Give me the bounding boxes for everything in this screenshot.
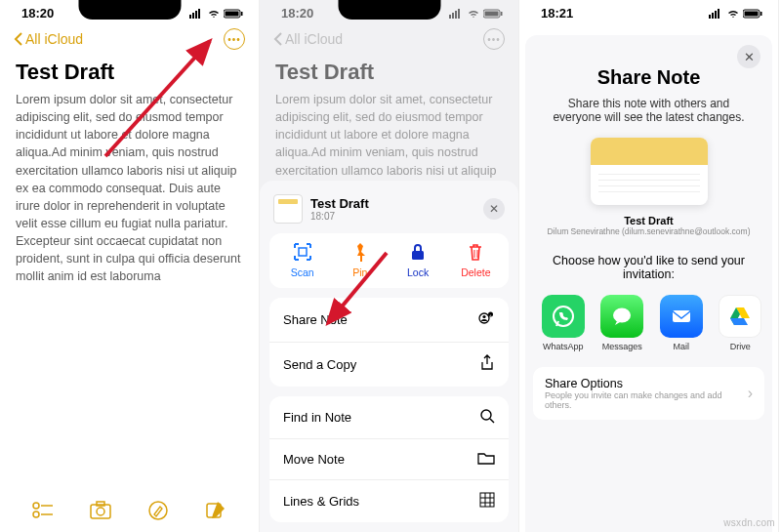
chevron-left-icon <box>14 32 22 46</box>
folder-icon <box>477 451 495 468</box>
svg-rect-23 <box>299 248 307 256</box>
status-bar: 18:21 <box>519 0 778 22</box>
note-author: Dilum Senevirathne (dilum.senevirathne@o… <box>547 226 750 236</box>
svg-rect-42 <box>718 9 719 19</box>
nav-bar: All iCloud ••• <box>0 22 259 56</box>
svg-rect-3 <box>198 9 200 19</box>
svg-point-29 <box>482 315 485 318</box>
camera-icon[interactable] <box>89 499 112 522</box>
checklist-icon[interactable] <box>31 499 55 522</box>
svg-rect-18 <box>455 11 457 19</box>
scan-icon <box>292 241 313 263</box>
share-icon <box>479 354 495 375</box>
status-icons <box>449 9 503 19</box>
svg-rect-39 <box>709 15 711 19</box>
wifi-icon <box>207 9 221 19</box>
svg-point-9 <box>33 512 39 517</box>
delete-button[interactable]: Delete <box>449 241 502 278</box>
share-modal: ✕ Share Note Share this note with others… <box>525 35 772 532</box>
notes-screen: 18:20 All iCloud ••• Test Draft Lorem ip… <box>0 0 260 532</box>
modal-title: Share Note <box>597 66 701 89</box>
close-button[interactable]: ✕ <box>483 198 505 220</box>
move-note-item[interactable]: Move Note <box>269 439 509 480</box>
more-button[interactable]: ••• <box>224 28 245 50</box>
share-sheet-screen: 18:20 All iCloud ••• Test Draft Lorem ip… <box>260 0 519 532</box>
status-icons <box>709 9 762 19</box>
svg-rect-13 <box>97 502 104 506</box>
svg-rect-16 <box>449 15 451 19</box>
modal-subtitle: Share this note with others and everyone… <box>525 89 772 138</box>
svg-rect-21 <box>485 11 499 16</box>
svg-rect-0 <box>189 15 191 19</box>
svg-rect-6 <box>241 12 243 16</box>
svg-rect-48 <box>673 310 690 322</box>
share-note-modal-screen: 18:21 ✕ Share Note Share this note with … <box>519 0 779 532</box>
note-thumbnail <box>273 194 303 224</box>
sheet-title: Test Draft 18:07 <box>310 196 475 222</box>
pin-button[interactable]: Pin <box>334 241 387 278</box>
compose-icon[interactable] <box>204 499 227 522</box>
whatsapp-icon <box>551 304 576 329</box>
svg-point-12 <box>97 508 104 515</box>
messages-app[interactable]: Messages <box>599 295 646 351</box>
svg-rect-40 <box>712 13 714 19</box>
status-icons <box>189 9 243 19</box>
send-copy-item[interactable]: Send a Copy <box>269 343 509 387</box>
status-time: 18:20 <box>21 6 54 20</box>
svg-rect-25 <box>412 251 424 260</box>
svg-point-47 <box>613 308 631 323</box>
grid-icon <box>479 492 495 511</box>
status-bar: 18:20 <box>260 0 518 22</box>
svg-rect-17 <box>452 13 454 19</box>
invite-text: Choose how you'd like to send your invit… <box>525 236 772 293</box>
note-body[interactable]: Lorem ipsum dolor sit amet, consectetur … <box>0 91 259 285</box>
mail-icon <box>669 304 694 329</box>
quick-actions: Scan Pin Lock Delete <box>269 233 509 288</box>
status-time: 18:21 <box>541 6 573 20</box>
lock-button[interactable]: Lock <box>391 241 444 278</box>
note-title: Test Draft <box>0 56 259 91</box>
svg-rect-34 <box>480 493 494 507</box>
svg-line-33 <box>490 419 494 423</box>
svg-rect-1 <box>192 13 194 19</box>
signal-icon <box>189 9 204 19</box>
whatsapp-app[interactable]: WhatsApp <box>540 295 587 351</box>
svg-rect-45 <box>760 12 762 16</box>
back-button[interactable]: All iCloud <box>14 31 83 47</box>
note-meta: Test Draft Dilum Senevirathne (dilum.sen… <box>547 215 750 236</box>
drive-app[interactable]: Drive <box>718 295 764 351</box>
bottom-toolbar <box>0 499 259 522</box>
note-preview <box>591 138 708 205</box>
chevron-right-icon: › <box>748 385 753 402</box>
svg-point-7 <box>33 503 39 509</box>
pin-icon <box>349 241 371 263</box>
svg-point-32 <box>481 410 491 420</box>
drive-icon <box>727 304 753 329</box>
more-button: ••• <box>483 28 505 50</box>
svg-rect-22 <box>501 12 503 16</box>
share-note-item[interactable]: Share Note + <box>269 298 509 343</box>
status-time: 18:20 <box>281 6 313 20</box>
watermark: wsxdn.com <box>723 517 775 528</box>
battery-icon <box>224 9 243 19</box>
close-button[interactable]: ✕ <box>737 45 760 68</box>
search-icon <box>479 408 495 427</box>
markup-icon[interactable] <box>146 499 170 522</box>
messages-icon <box>609 304 635 329</box>
svg-rect-41 <box>715 11 717 19</box>
collaborate-icon: + <box>477 309 495 330</box>
share-options-sub: People you invite can make changes and a… <box>545 390 748 410</box>
svg-rect-44 <box>745 11 759 16</box>
action-sheet: Test Draft 18:07 ✕ Scan Pin Lock Delete <box>260 181 518 532</box>
mail-app[interactable]: Mail <box>658 295 705 351</box>
share-options-item[interactable]: Share Options People you invite can make… <box>533 367 764 420</box>
scan-button[interactable]: Scan <box>276 241 329 278</box>
lines-grids-item[interactable]: Lines & Grids <box>269 480 509 522</box>
find-in-note-item[interactable]: Find in Note <box>269 396 509 439</box>
app-row: WhatsApp Messages Mail Drive <box>528 293 775 361</box>
back-button: All iCloud <box>273 31 343 47</box>
sheet-time: 18:07 <box>310 211 475 222</box>
trash-icon <box>465 241 486 263</box>
svg-rect-2 <box>195 11 197 19</box>
svg-point-14 <box>149 502 167 519</box>
